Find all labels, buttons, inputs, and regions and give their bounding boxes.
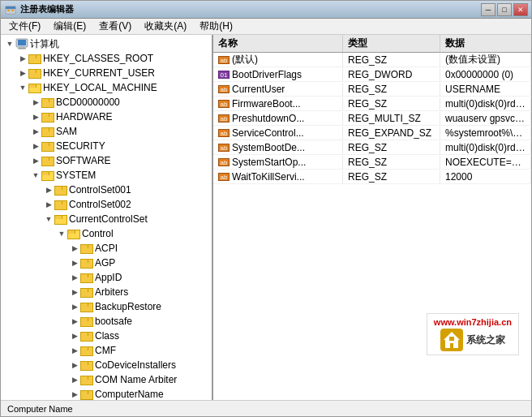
- tree-item-sam[interactable]: ▶ SAM: [1, 124, 212, 139]
- value-type-0: REG_SZ: [343, 54, 440, 67]
- folder-icon-bootsafe: [80, 316, 93, 327]
- tree-item-agp[interactable]: ▶ AGP: [1, 256, 212, 270]
- value-row[interactable]: abServiceControl... REG_EXPAND_SZ %syste…: [213, 126, 531, 140]
- expand-icon-ccs: ▼: [43, 213, 54, 225]
- col-header-data[interactable]: 数据: [440, 35, 531, 52]
- window-title: 注册表编辑器: [20, 3, 74, 15]
- expand-icon-hklm: ▼: [17, 82, 28, 93]
- menu-help[interactable]: 帮助(H): [195, 19, 238, 34]
- folder-icon-system: [41, 170, 54, 181]
- expand-icon-security: ▶: [30, 140, 41, 152]
- folder-icon-hklm: [28, 82, 41, 93]
- title-bar: 注册表编辑器 ─ □ ✕: [1, 1, 531, 19]
- folder-icon-cs002: [54, 199, 67, 210]
- value-row[interactable]: abCurrentUser REG_SZ USERNAME: [213, 82, 531, 97]
- tree-item-backuprestore[interactable]: ▶ BackupRestore: [1, 299, 212, 314]
- menu-edit[interactable]: 编辑(E): [49, 19, 91, 34]
- tree-item-arbiters[interactable]: ▶ Arbiters: [1, 285, 212, 299]
- value-type-icon-2: ab: [218, 85, 230, 93]
- value-data-6: multi(0)disk(0)rdisk(0)parti: [440, 141, 531, 154]
- tree-item-hkcu[interactable]: ▶ HKEY_CURRENT_USER: [1, 66, 212, 80]
- value-name-0: ab(默认): [213, 52, 343, 67]
- tree-item-bcd[interactable]: ▶ BCD00000000: [1, 95, 212, 110]
- value-row[interactable]: abPreshutdownO... REG_MULTI_SZ wuauserv …: [213, 111, 531, 126]
- tree-item-system[interactable]: ▼ SYSTEM: [1, 168, 212, 183]
- menu-view[interactable]: 查看(V): [94, 19, 136, 34]
- tree-item-acpi[interactable]: ▶ ACPI: [1, 241, 212, 256]
- tree-item-software[interactable]: ▶ SOFTWARE: [1, 153, 212, 168]
- status-bar: Computer Name: [1, 400, 531, 416]
- folder-icon-cmf: [80, 345, 93, 356]
- menu-favorites[interactable]: 收藏夹(A): [139, 19, 191, 34]
- expand-icon-hkcu: ▶: [17, 67, 28, 79]
- value-type-4: REG_MULTI_SZ: [343, 112, 440, 125]
- tree-label-software: SOFTWARE: [56, 155, 111, 166]
- tree-label-computername: ComputerName: [95, 389, 164, 400]
- tree-item-controlset002[interactable]: ▶ ControlSet002: [1, 197, 212, 212]
- tree-item-appid[interactable]: ▶ AppID: [1, 270, 212, 285]
- folder-icon-agp: [80, 257, 93, 269]
- expand-icon-class: ▶: [69, 330, 80, 342]
- expand-icon-software: ▶: [30, 155, 41, 166]
- folder-icon-security: [41, 140, 54, 152]
- folder-icon-arbiters: [80, 286, 93, 298]
- close-button[interactable]: ✕: [513, 3, 528, 16]
- folder-icon-appid: [80, 272, 93, 283]
- tree-label-control: Control: [82, 228, 114, 239]
- tree-label-arbiters: Arbiters: [95, 286, 128, 298]
- value-row[interactable]: abSystemBootDe... REG_SZ multi(0)disk(0)…: [213, 140, 531, 155]
- value-type-icon-4: ab: [218, 114, 230, 123]
- expand-icon-cs002: ▶: [43, 199, 54, 210]
- tree-item-currentcontrolset[interactable]: ▼ CurrentControlSet: [1, 212, 212, 226]
- tree-label-computer: 计算机: [30, 37, 59, 51]
- folder-icon-acpi: [80, 243, 93, 254]
- value-row[interactable]: abFirmwareBoot... REG_SZ multi(0)disk(0)…: [213, 97, 531, 111]
- col-header-type[interactable]: 类型: [343, 35, 440, 52]
- tree-label-hkcr: HKEY_CLASSES_ROOT: [43, 53, 153, 64]
- value-row[interactable]: abSystemStartOp... REG_SZ NOEXECUTE=OPTI…: [213, 155, 531, 170]
- value-data-3: multi(0)disk(0)rdisk(0)parti: [440, 97, 531, 110]
- maximize-button[interactable]: □: [497, 3, 512, 16]
- value-row[interactable]: ab(默认) REG_SZ (数值未设置): [213, 53, 531, 67]
- value-type-icon-6: ab: [218, 144, 230, 152]
- tree-item-computer[interactable]: ▼ 计算机: [1, 37, 212, 51]
- tree-item-hardware[interactable]: ▶ HARDWARE: [1, 110, 212, 124]
- folder-icon-comname: [80, 374, 93, 385]
- value-row[interactable]: abWaitToKillServi... REG_SZ 12000: [213, 170, 531, 184]
- menu-file[interactable]: 文件(F): [4, 19, 45, 34]
- tree-item-controlset001[interactable]: ▶ ControlSet001: [1, 183, 212, 197]
- expand-icon-comname: ▶: [69, 374, 80, 385]
- minimize-button[interactable]: ─: [481, 3, 496, 16]
- svg-rect-2: [7, 10, 10, 11]
- expand-icon-backuprestore: ▶: [69, 301, 80, 312]
- regedit-icon: [4, 3, 17, 16]
- tree-item-security[interactable]: ▶ SECURITY: [1, 139, 212, 153]
- col-header-name[interactable]: 名称: [213, 35, 343, 52]
- tree-item-comnamearbiter[interactable]: ▶ COM Name Arbiter: [1, 372, 212, 387]
- tree-item-codeviceinstallers[interactable]: ▶ CoDeviceInstallers: [1, 358, 212, 372]
- tree-item-hklm[interactable]: ▼ HKEY_LOCAL_MACHINE: [1, 80, 212, 95]
- tree-label-hardware: HARDWARE: [56, 111, 113, 123]
- folder-icon-cs001: [54, 184, 67, 196]
- window-controls: ─ □ ✕: [481, 3, 528, 16]
- value-type-icon-8: ab: [218, 173, 230, 181]
- tree-item-computername[interactable]: ▶ ComputerName: [1, 387, 212, 400]
- expand-icon-hkcr: ▶: [17, 53, 28, 64]
- expand-icon-cs001: ▶: [43, 184, 54, 196]
- expand-icon-control: ▼: [56, 228, 67, 239]
- expand-icon-computer: ▼: [4, 38, 15, 49]
- tree-item-class[interactable]: ▶ Class: [1, 329, 212, 343]
- tree-item-bootsafe[interactable]: ▶ bootsafe: [1, 314, 212, 329]
- value-row[interactable]: 01BootDriverFlags REG_DWORD 0x00000000 (…: [213, 67, 531, 82]
- svg-rect-1: [6, 6, 15, 9]
- folder-icon-bcd: [41, 97, 54, 108]
- expand-icon-cmf: ▶: [69, 345, 80, 356]
- tree-item-control[interactable]: ▼ Control: [1, 226, 212, 241]
- tree-label-agp: AGP: [95, 257, 115, 269]
- tree-item-hkcr[interactable]: ▶ HKEY_CLASSES_ROOT: [1, 51, 212, 66]
- tree-label-ccs: CurrentControlSet: [69, 213, 148, 225]
- value-type-7: REG_SZ: [343, 156, 440, 169]
- folder-icon-hkcr: [28, 53, 41, 64]
- tree-item-cmf[interactable]: ▶ CMF: [1, 343, 212, 358]
- folder-icon-control: [67, 228, 80, 239]
